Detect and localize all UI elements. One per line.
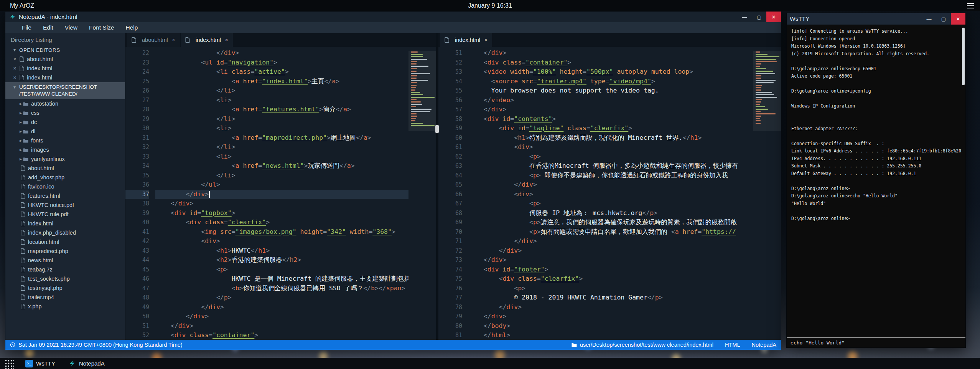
tree-folder[interactable]: ▸dc bbox=[5, 117, 125, 127]
tree-folder[interactable]: ▸yamlyamlinux bbox=[5, 154, 125, 164]
code-line: </div> bbox=[468, 303, 753, 312]
terminal-output[interactable]: [info] Conencting to arozos WsTTY servic… bbox=[787, 25, 965, 337]
open-editor-item[interactable]: ✕index.html bbox=[5, 64, 125, 73]
file-icon bbox=[21, 193, 25, 199]
tree-file[interactable]: about.html bbox=[5, 164, 125, 173]
terminal-line: "Hello World" bbox=[791, 200, 961, 208]
minimap[interactable] bbox=[408, 48, 436, 340]
code-editor[interactable]: 2223242526272829303132333435363738394041… bbox=[125, 47, 436, 340]
menu-item-help[interactable]: Help bbox=[120, 24, 144, 31]
taskbar-item-notepada[interactable]: NotepadA bbox=[67, 358, 106, 369]
editor-pane-left[interactable]: about.html✕index.html✕ 22232425262728293… bbox=[125, 33, 436, 340]
tab-index.html[interactable]: index.html✕ bbox=[440, 33, 492, 47]
tab-index.html[interactable]: index.html✕ bbox=[181, 33, 233, 47]
close-icon[interactable]: ✕ bbox=[225, 38, 228, 43]
tree-file[interactable]: add_vhost.php bbox=[5, 173, 125, 182]
code-editor[interactable]: 5152535455565758596061626364656667686970… bbox=[438, 47, 781, 340]
menu-item-view[interactable]: View bbox=[59, 24, 83, 31]
wstty-titlebar[interactable]: WsTTY — ▢ ✕ bbox=[787, 13, 965, 25]
line-number: 68 bbox=[438, 208, 462, 218]
notepada-titlebar[interactable]: NotepadA - index.html — ▢ ✕ bbox=[5, 12, 781, 22]
file-icon bbox=[20, 66, 24, 71]
tree-file[interactable]: teabag.7z bbox=[5, 265, 125, 274]
tree-file[interactable]: test_sockets.php bbox=[5, 274, 125, 283]
tree-file[interactable]: mapredirect.php bbox=[5, 247, 125, 256]
code-line: 伺服器 IP 地址為： mcs.hkwtc.org</p> bbox=[468, 208, 753, 218]
close-button[interactable]: ✕ bbox=[766, 12, 781, 22]
tree-folder[interactable]: ▸dl bbox=[5, 127, 125, 136]
tree-folder[interactable]: ▸fonts bbox=[5, 136, 125, 145]
status-language-mode[interactable]: HTML bbox=[725, 342, 740, 348]
minimap-thumb[interactable] bbox=[408, 51, 436, 131]
file-icon bbox=[21, 258, 25, 263]
close-icon[interactable]: ✕ bbox=[484, 38, 488, 43]
code-content[interactable]: </div> <ul id="navigation"> <li class="a… bbox=[155, 48, 408, 340]
terminal-input[interactable]: echo "Hello World" bbox=[787, 337, 965, 347]
line-number: 44 bbox=[125, 255, 149, 265]
menu-item-font-size[interactable]: Font Size bbox=[83, 24, 120, 31]
line-number: 25 bbox=[125, 77, 149, 86]
close-icon[interactable]: ✕ bbox=[13, 66, 16, 71]
notepada-window: NotepadA - index.html — ▢ ✕ FileEditView… bbox=[5, 11, 781, 350]
file-icon bbox=[21, 184, 25, 189]
tree-file[interactable]: index.html bbox=[5, 219, 125, 228]
tree-folder[interactable]: ▸images bbox=[5, 145, 125, 154]
terminal-line bbox=[791, 58, 961, 65]
tree-file[interactable]: favicon.ico bbox=[5, 182, 125, 191]
tree-root-folder[interactable]: ▾USER/DESKTOP/SCREENSHOT/TEST/WWW CLEANE… bbox=[5, 82, 125, 99]
tree-file[interactable]: trailer.mp4 bbox=[5, 293, 125, 302]
tree-file[interactable]: HKWTC notice.pdf bbox=[5, 200, 125, 210]
close-icon[interactable]: ✕ bbox=[13, 57, 16, 62]
line-number: 76 bbox=[438, 284, 462, 293]
file-icon bbox=[185, 37, 190, 43]
status-file-path[interactable]: user/Desktop/screenshot/test/www cleaned… bbox=[580, 342, 713, 348]
file-icon bbox=[21, 239, 25, 245]
menu-item-file[interactable]: File bbox=[16, 24, 37, 31]
line-number: 67 bbox=[438, 199, 462, 208]
scrollbar[interactable] bbox=[962, 28, 965, 85]
tree-file[interactable]: features.html bbox=[5, 191, 125, 200]
folder-icon bbox=[23, 139, 28, 143]
file-label: index.php_disabled bbox=[28, 230, 76, 236]
folder-icon bbox=[23, 129, 28, 134]
app-launcher-icon[interactable] bbox=[4, 359, 14, 369]
folder-label: css bbox=[31, 110, 40, 116]
file-icon bbox=[21, 175, 25, 180]
tree-folder[interactable]: ▸css bbox=[5, 108, 125, 117]
tree-file[interactable]: index.php_disabled bbox=[5, 228, 125, 237]
minimap-thumb[interactable] bbox=[753, 51, 781, 131]
minimize-button[interactable]: — bbox=[737, 12, 752, 22]
tree-folder[interactable]: ▸autostation bbox=[5, 99, 125, 108]
tree-file[interactable]: testmysql.php bbox=[5, 283, 125, 293]
close-icon[interactable]: ✕ bbox=[172, 38, 175, 43]
tree-file[interactable]: x.php bbox=[5, 302, 125, 311]
tab-label: index.html bbox=[196, 37, 221, 43]
minimize-button[interactable]: — bbox=[922, 13, 936, 25]
open-editor-item[interactable]: ✕about.html bbox=[5, 55, 125, 64]
tab-about.html[interactable]: about.html✕ bbox=[127, 33, 180, 47]
hamburger-menu-icon[interactable] bbox=[967, 3, 980, 8]
open-editor-item[interactable]: ✕index.html bbox=[5, 73, 125, 82]
tree-file[interactable]: news.html bbox=[5, 256, 125, 265]
maximize-button[interactable]: ▢ bbox=[936, 13, 951, 25]
arozos-start-menu[interactable]: My ArOZ bbox=[0, 2, 34, 9]
terminal-line: [info] Conencting to arozos WsTTY servic… bbox=[791, 28, 961, 35]
tree-file[interactable]: HKWTC rule.pdf bbox=[5, 210, 125, 219]
minimap[interactable] bbox=[753, 48, 781, 340]
tree-file[interactable]: location.html bbox=[5, 237, 125, 247]
menu-item-edit[interactable]: Edit bbox=[37, 24, 59, 31]
taskbar-item-wstty[interactable]: >_ WsTTY bbox=[24, 358, 57, 369]
terminal-line: D:\golang\aroz online> bbox=[791, 185, 961, 193]
maximize-button[interactable]: ▢ bbox=[752, 12, 766, 22]
close-button[interactable]: ✕ bbox=[951, 13, 965, 25]
editor-pane-right[interactable]: index.html✕ 5152535455565758596061626364… bbox=[438, 33, 781, 340]
line-number: 29 bbox=[125, 114, 149, 124]
open-editors-header[interactable]: ▾OPEN EDITORS bbox=[5, 45, 125, 55]
chevron-right-icon: ▸ bbox=[18, 110, 23, 116]
line-number: 40 bbox=[125, 218, 149, 227]
code-content[interactable]: </div> <div class="container"> <video wi… bbox=[468, 48, 753, 340]
file-label: teabag.7z bbox=[28, 266, 53, 273]
file-icon bbox=[21, 276, 25, 281]
close-icon[interactable]: ✕ bbox=[13, 75, 16, 80]
line-number: 65 bbox=[438, 180, 462, 190]
